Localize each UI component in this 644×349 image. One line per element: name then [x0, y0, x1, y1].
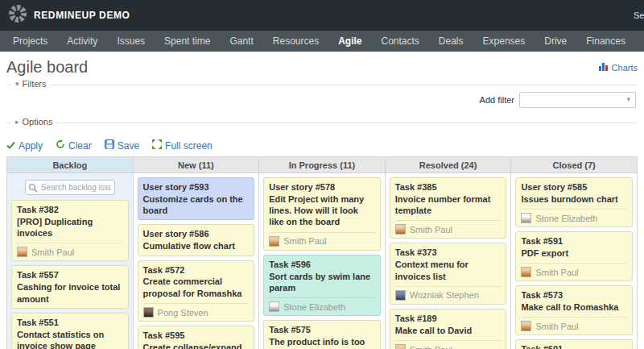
card-subject: PDF export: [521, 247, 627, 259]
issue-card[interactable]: Task #385Invoice number format templateS…: [390, 177, 507, 239]
card-subject: Context menu for invoices list: [395, 259, 502, 282]
issue-card[interactable]: Task #596Sort cards by swim lane paramSt…: [263, 255, 381, 316]
apply-button[interactable]: Apply: [6, 140, 43, 152]
clear-button[interactable]: Clear: [56, 139, 92, 152]
user-avatar: [521, 321, 531, 331]
card-subject: Customize cards on the board: [143, 193, 250, 217]
issue-card[interactable]: Task #595Create collapse/expand buttonsS…: [138, 326, 255, 349]
content-area: Agile board Charts ▾ Filters Add filter: [0, 52, 644, 349]
assignee-name: Stone Elizabeth: [283, 302, 345, 312]
page-title: Agile board: [6, 58, 88, 77]
card-issue-id: Task #551: [17, 317, 123, 329]
floppy-disk-icon: [105, 139, 114, 152]
card-subject: Create commercial proposal for Romashka: [143, 276, 250, 299]
redmineup-logo-icon: [8, 4, 27, 27]
issue-card[interactable]: User story #585Issues burndown chartSton…: [515, 177, 633, 227]
card-assignee: Smith Paul: [395, 220, 502, 235]
card-subject: Contact statistics on invoice show page: [17, 329, 123, 349]
card-subject: Edit Project with many lines. How will i…: [269, 193, 375, 228]
user-avatar: [17, 247, 27, 257]
filters-fieldset: ▾ Filters Add filter ▾: [6, 85, 638, 114]
issue-card[interactable]: Task #591PDF exportSmith Paul: [515, 231, 633, 281]
card-subject: Sort cards by swim lane param: [269, 271, 375, 294]
add-filter-select[interactable]: ▾: [519, 92, 636, 108]
issue-card[interactable]: User story #593Customize cards on the bo…: [138, 177, 255, 220]
assignee-name: Smith Paul: [535, 322, 578, 331]
nav-item-activity[interactable]: Activity: [57, 31, 107, 52]
card-assignee: Wozniak Stephen: [395, 286, 502, 301]
charts-link[interactable]: Charts: [599, 62, 638, 73]
card-issue-id: User story #586: [143, 228, 250, 240]
user-avatar: [521, 213, 531, 223]
card-subject: [PRO] Duplicating invoices: [17, 216, 123, 239]
user-avatar: [269, 236, 279, 247]
assignee-name: Smith Paul: [535, 268, 578, 277]
card-subject: Cashing for invoice total amount: [17, 281, 123, 305]
issue-card[interactable]: Task #551Contact statistics on invoice s…: [11, 313, 129, 349]
fullscreen-button[interactable]: Full screen: [152, 139, 213, 152]
assignee-name: Stone Elizabeth: [535, 214, 597, 223]
card-issue-id: Task #591: [521, 235, 627, 247]
card-issue-id: User story #585: [521, 181, 627, 193]
save-button[interactable]: Save: [105, 139, 139, 152]
nav-item-products[interactable]: Products: [635, 31, 644, 52]
board-column-resolved-24: Resolved (24)Task #385Invoice number for…: [386, 157, 512, 349]
card-issue-id: Task #573: [521, 289, 627, 301]
nav-item-gantt[interactable]: Gantt: [220, 31, 262, 52]
user-avatar: [143, 307, 154, 318]
app-logo-home-link[interactable]: REDMINEUP DEMO: [8, 4, 130, 27]
column-body: Task #385Invoice number format templateS…: [386, 173, 511, 349]
card-subject: Make call to Romashka: [521, 301, 627, 313]
nav-item-agile[interactable]: Agile: [328, 31, 371, 52]
fullscreen-expand-icon: [152, 139, 162, 152]
card-issue-id: Task #189: [395, 313, 502, 325]
assignee-name: Smith Paul: [410, 345, 452, 349]
card-subject: Create collapse/expand buttons: [143, 342, 250, 349]
card-subject: Cumulative flow chart: [143, 240, 250, 251]
column-header: Resolved (24): [386, 157, 511, 173]
issue-card[interactable]: Task #573Make call to RomashkaSmith Paul: [515, 285, 633, 335]
issue-card[interactable]: Task #575The product info is too low, it…: [263, 320, 381, 349]
assignee-name: Wozniak Stephen: [410, 290, 479, 300]
card-subject: The product info is too low, it needs to…: [269, 336, 375, 349]
issue-card[interactable]: Task #601New live_search scope for issue…: [515, 339, 633, 349]
nav-item-finances[interactable]: Finances: [576, 31, 635, 52]
assignee-name: Smith Paul: [283, 236, 326, 246]
board-column-closed-7: Closed (7)User story #585Issues burndown…: [511, 157, 638, 349]
topbar-search-link[interactable]: Search: [634, 10, 644, 20]
top-bar: REDMINEUP DEMO Search: [0, 0, 644, 31]
issue-card[interactable]: Task #557Cashing for invoice total amoun…: [11, 265, 129, 308]
card-assignee: Smith Paul: [521, 263, 627, 277]
nav-item-drive[interactable]: Drive: [535, 31, 576, 52]
column-body: User story #593Customize cards on the bo…: [134, 173, 259, 349]
board-toolbar: Apply Clear Save: [6, 139, 638, 152]
options-toggle[interactable]: ▸ Options: [11, 117, 56, 127]
nav-item-deals[interactable]: Deals: [429, 31, 473, 52]
issue-card[interactable]: Task #572Create commercial proposal for …: [138, 260, 255, 322]
nav-item-projects[interactable]: Projects: [3, 31, 57, 52]
nav-item-issues[interactable]: Issues: [107, 31, 155, 52]
nav-item-spent-time[interactable]: Spent time: [155, 31, 220, 52]
column-body: Task #382[PRO] Duplicating invoicesSmith…: [7, 173, 133, 349]
card-issue-id: Task #601: [521, 343, 627, 349]
check-icon: [6, 140, 15, 152]
bar-chart-icon: [599, 62, 609, 73]
nav-item-contacts[interactable]: Contacts: [372, 31, 429, 52]
issue-card[interactable]: Task #189Make call to DavidSmith Paul: [390, 309, 507, 349]
card-issue-id: User story #578: [269, 181, 375, 193]
issue-card[interactable]: User story #586Cumulative flow chart: [138, 224, 255, 256]
issue-card[interactable]: User story #578Edit Project with many li…: [263, 177, 381, 251]
nav-item-resources[interactable]: Resources: [263, 31, 328, 52]
board-column-backlog: BacklogTask #382[PRO] Duplicating invoic…: [7, 157, 134, 349]
user-avatar: [269, 301, 279, 312]
search-icon: [28, 181, 38, 191]
issue-card[interactable]: Task #373Context menu for invoices listW…: [390, 243, 507, 304]
board-column-in-progress-11: In Progress (11)User story #578Edit Proj…: [259, 157, 386, 349]
backlog-search-input[interactable]: [25, 180, 115, 195]
user-avatar: [395, 224, 406, 235]
issue-card[interactable]: Task #382[PRO] Duplicating invoicesSmith…: [11, 200, 129, 261]
assignee-name: Smith Paul: [410, 225, 452, 235]
nav-item-expenses[interactable]: Expenses: [473, 31, 535, 52]
card-assignee: Stone Elizabeth: [269, 297, 375, 312]
assignee-name: Pong Steven: [158, 308, 208, 318]
